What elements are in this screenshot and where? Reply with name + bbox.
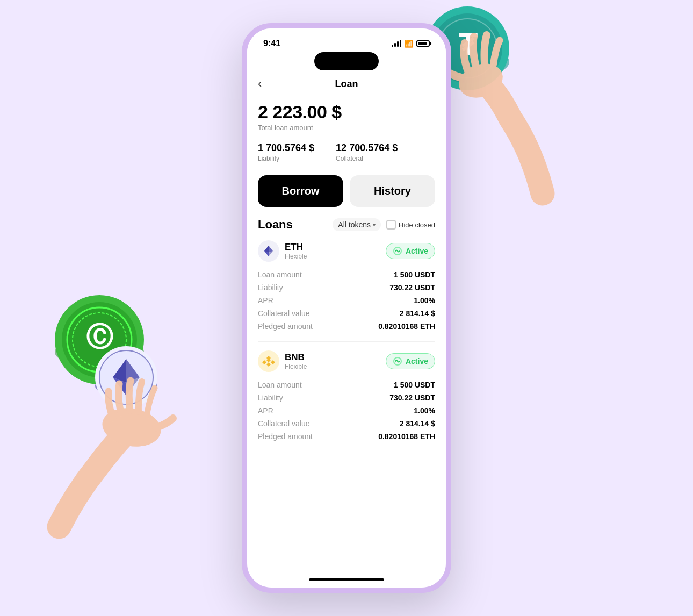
tab-history[interactable]: History bbox=[350, 175, 435, 207]
active-indicator-icon bbox=[393, 246, 402, 256]
eth-apr-row: APR 1.00% bbox=[258, 294, 435, 307]
svg-marker-32 bbox=[266, 362, 271, 367]
liability-label: Liability bbox=[258, 155, 314, 162]
eth-pledged-label: Pledged amount bbox=[258, 322, 313, 331]
eth-pledged-row: Pledged amount 0.82010168 ETH bbox=[258, 320, 435, 333]
chevron-down-icon: ▾ bbox=[373, 222, 376, 228]
bnb-icon bbox=[258, 350, 279, 372]
eth-collateral-row: Collateral value 2 814.14 $ bbox=[258, 307, 435, 320]
eth-loan-amount-row: Loan amount 1 500 USDT bbox=[258, 268, 435, 281]
svg-marker-30 bbox=[271, 360, 275, 364]
svg-point-16 bbox=[95, 346, 157, 409]
dynamic-island bbox=[314, 52, 379, 70]
svg-point-9 bbox=[55, 337, 144, 367]
svg-marker-18 bbox=[113, 359, 140, 383]
liability-stat: 1 700.5764 $ Liability bbox=[258, 142, 314, 162]
eth-loan-amount-value: 1 500 USDT bbox=[394, 270, 435, 279]
tab-borrow[interactable]: Borrow bbox=[258, 175, 343, 207]
bnb-active-indicator-icon bbox=[393, 356, 402, 366]
stats-row: 1 700.5764 $ Liability 12 700.5764 $ Col… bbox=[258, 142, 435, 162]
eth-token-type: Flexible bbox=[285, 253, 307, 260]
svg-marker-20 bbox=[113, 359, 126, 383]
loans-filters: All tokens ▾ Hide closed bbox=[333, 218, 435, 231]
eth-liability-row: Liability 730.22 USDT bbox=[258, 281, 435, 294]
loan-card-eth[interactable]: ETH Flexible Active Loan amount 1 bbox=[258, 240, 435, 342]
loan-card-bnb[interactable]: BNB Flexible Active Loan amount 1 bbox=[258, 350, 435, 452]
total-amount: 2 223.00 $ bbox=[258, 102, 435, 123]
bnb-token-name: BNB bbox=[285, 352, 307, 363]
back-button[interactable]: ‹ bbox=[258, 77, 262, 91]
eth-token-name: ETH bbox=[285, 242, 307, 253]
bnb-pledged-value: 0.82010168 ETH bbox=[378, 432, 435, 441]
loans-header: Loans All tokens ▾ Hide closed bbox=[258, 218, 435, 232]
total-label: Total loan amount bbox=[258, 124, 435, 132]
loan-token-bnb: BNB Flexible bbox=[258, 350, 307, 372]
tabs: Borrow History bbox=[258, 175, 435, 207]
bnb-apr-row: APR 1.00% bbox=[258, 404, 435, 417]
collateral-stat: 12 700.5764 $ Collateral bbox=[336, 142, 398, 162]
filter-tokens-label: All tokens bbox=[338, 220, 371, 229]
loans-title: Loans bbox=[258, 218, 293, 232]
bnb-liability-row: Liability 730.22 USDT bbox=[258, 391, 435, 404]
bnb-token-info: BNB Flexible bbox=[285, 352, 307, 370]
eth-token-info: ETH Flexible bbox=[285, 242, 307, 260]
eth-icon bbox=[258, 240, 279, 262]
eth-liability-label: Liability bbox=[258, 283, 283, 292]
svg-point-15 bbox=[95, 375, 157, 397]
bnb-apr-value: 1.00% bbox=[414, 406, 435, 415]
svg-point-13 bbox=[73, 313, 126, 367]
bnb-apr-label: APR bbox=[258, 406, 273, 415]
bnb-pledged-row: Pledged amount 0.82010168 ETH bbox=[258, 430, 435, 443]
liability-value: 1 700.5764 $ bbox=[258, 142, 314, 154]
bnb-loan-amount-row: Loan amount 1 500 USDT bbox=[258, 378, 435, 391]
hide-closed-checkbox[interactable] bbox=[386, 220, 396, 230]
wifi-icon: 📶 bbox=[405, 40, 413, 48]
svg-point-17 bbox=[99, 350, 153, 404]
status-bar: 9:41 📶 bbox=[247, 28, 446, 55]
bnb-loan-amount-value: 1 500 USDT bbox=[394, 381, 435, 389]
svg-marker-21 bbox=[113, 377, 126, 396]
status-time: 9:41 bbox=[263, 39, 280, 48]
svg-marker-19 bbox=[113, 377, 140, 396]
hide-closed-label: Hide closed bbox=[399, 221, 435, 229]
eth-status-badge: Active bbox=[386, 243, 435, 259]
svg-marker-31 bbox=[262, 360, 266, 364]
bnb-collateral-row: Collateral value 2 814.14 $ bbox=[258, 417, 435, 430]
signal-icon bbox=[392, 40, 401, 47]
loan-token-eth: ETH Flexible bbox=[258, 240, 307, 262]
hide-closed-toggle[interactable]: Hide closed bbox=[386, 220, 435, 230]
loan-card-header-eth: ETH Flexible Active bbox=[258, 240, 435, 262]
filter-tokens-button[interactable]: All tokens ▾ bbox=[333, 218, 381, 231]
bnb-collateral-value: 2 814.14 $ bbox=[400, 419, 435, 428]
nav-bar: ‹ Loan bbox=[247, 73, 446, 93]
bnb-status-badge: Active bbox=[386, 353, 435, 369]
eth-apr-label: APR bbox=[258, 296, 273, 305]
svg-text:Ⓒ: Ⓒ bbox=[86, 322, 113, 352]
svg-point-12 bbox=[67, 307, 132, 372]
eth-collateral-value: 2 814.14 $ bbox=[400, 309, 435, 318]
collateral-value: 12 700.5764 $ bbox=[336, 142, 398, 154]
collateral-label: Collateral bbox=[336, 155, 398, 162]
svg-point-22 bbox=[454, 58, 507, 103]
phone-frame: 9:41 📶 ‹ Loan bbox=[242, 23, 451, 593]
bnb-collateral-label: Collateral value bbox=[258, 419, 310, 428]
status-icons: 📶 bbox=[392, 40, 430, 48]
svg-text:₮: ₮ bbox=[459, 30, 478, 61]
eth-loan-amount-label: Loan amount bbox=[258, 270, 302, 279]
bnb-liability-value: 730.22 USDT bbox=[389, 393, 435, 402]
bnb-status-label: Active bbox=[406, 357, 428, 366]
loan-card-header-bnb: BNB Flexible Active bbox=[258, 350, 435, 372]
eth-liability-value: 730.22 USDT bbox=[389, 283, 435, 292]
phone-screen: 9:41 📶 ‹ Loan bbox=[242, 23, 451, 593]
eth-collateral-label: Collateral value bbox=[258, 309, 310, 318]
home-indicator bbox=[309, 578, 384, 581]
eth-status-label: Active bbox=[406, 247, 428, 255]
battery-icon bbox=[416, 40, 430, 47]
page-title: Loan bbox=[335, 78, 358, 90]
total-section: 2 223.00 $ Total loan amount bbox=[258, 102, 435, 132]
eth-apr-value: 1.00% bbox=[414, 296, 435, 305]
bnb-token-type: Flexible bbox=[285, 363, 307, 370]
svg-point-23 bbox=[99, 404, 164, 451]
svg-point-10 bbox=[55, 295, 144, 384]
main-content[interactable]: 2 223.00 $ Total loan amount 1 700.5764 … bbox=[247, 93, 446, 574]
